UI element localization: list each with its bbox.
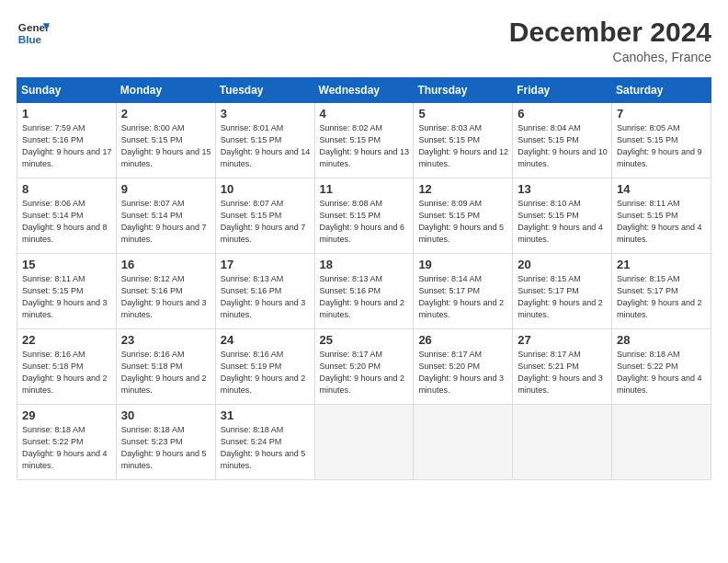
- day-info: Sunrise: 8:15 AMSunset: 5:17 PMDaylight:…: [518, 273, 608, 321]
- day-info: Sunrise: 8:03 AMSunset: 5:15 PMDaylight:…: [418, 122, 508, 170]
- title-section: December 2024 Canohes, France: [509, 17, 711, 64]
- day-number: 14: [617, 182, 707, 196]
- day-number: 29: [22, 408, 112, 422]
- calendar-cell: 12Sunrise: 8:09 AMSunset: 5:15 PMDayligh…: [414, 178, 513, 254]
- calendar-cell: 11Sunrise: 8:08 AMSunset: 5:15 PMDayligh…: [314, 178, 414, 254]
- day-number: 16: [121, 258, 211, 271]
- day-number: 27: [518, 333, 608, 347]
- day-number: 24: [221, 333, 311, 347]
- day-info: Sunrise: 8:09 AMSunset: 5:15 PMDaylight:…: [418, 198, 508, 246]
- svg-text:Blue: Blue: [18, 33, 42, 45]
- main-container: General Blue December 2024 Canohes, Fran…: [0, 0, 728, 489]
- day-info: Sunrise: 8:17 AMSunset: 5:20 PMDaylight:…: [418, 349, 508, 396]
- calendar-cell: 29Sunrise: 8:18 AMSunset: 5:22 PMDayligh…: [17, 405, 117, 480]
- day-number: 18: [320, 258, 410, 271]
- day-header-monday: Monday: [116, 78, 215, 103]
- day-info: Sunrise: 8:16 AMSunset: 5:19 PMDaylight:…: [221, 349, 311, 396]
- calendar-cell: 30Sunrise: 8:18 AMSunset: 5:23 PMDayligh…: [116, 405, 215, 480]
- day-info: Sunrise: 8:13 AMSunset: 5:16 PMDaylight:…: [320, 273, 410, 321]
- day-info: Sunrise: 8:17 AMSunset: 5:21 PMDaylight:…: [518, 349, 608, 396]
- calendar-body: 1Sunrise: 7:59 AMSunset: 5:16 PMDaylight…: [17, 103, 711, 480]
- day-info: Sunrise: 7:59 AMSunset: 5:16 PMDaylight:…: [22, 122, 112, 170]
- calendar-cell: 17Sunrise: 8:13 AMSunset: 5:16 PMDayligh…: [215, 254, 314, 329]
- calendar-cell: 16Sunrise: 8:12 AMSunset: 5:16 PMDayligh…: [116, 254, 215, 329]
- day-number: 19: [418, 258, 508, 271]
- day-info: Sunrise: 8:18 AMSunset: 5:22 PMDaylight:…: [617, 349, 707, 396]
- logo-icon: General Blue: [17, 17, 50, 50]
- calendar-cell: 23Sunrise: 8:16 AMSunset: 5:18 PMDayligh…: [116, 329, 215, 405]
- day-header-friday: Friday: [513, 78, 612, 103]
- day-number: 2: [121, 107, 211, 121]
- day-header-thursday: Thursday: [414, 78, 513, 103]
- calendar-week-1: 1Sunrise: 7:59 AMSunset: 5:16 PMDaylight…: [17, 103, 711, 178]
- day-number: 21: [617, 258, 707, 271]
- calendar-cell: 21Sunrise: 8:15 AMSunset: 5:17 PMDayligh…: [612, 254, 711, 329]
- day-info: Sunrise: 8:15 AMSunset: 5:17 PMDaylight:…: [617, 273, 707, 321]
- day-number: 22: [22, 333, 112, 347]
- calendar-cell: 10Sunrise: 8:07 AMSunset: 5:15 PMDayligh…: [215, 178, 314, 254]
- calendar-cell: 4Sunrise: 8:02 AMSunset: 5:15 PMDaylight…: [314, 103, 414, 178]
- day-info: Sunrise: 8:11 AMSunset: 5:15 PMDaylight:…: [22, 273, 112, 321]
- calendar-cell: 25Sunrise: 8:17 AMSunset: 5:20 PMDayligh…: [314, 329, 414, 405]
- calendar-cell: 31Sunrise: 8:18 AMSunset: 5:24 PMDayligh…: [215, 405, 314, 480]
- calendar-cell: 6Sunrise: 8:04 AMSunset: 5:15 PMDaylight…: [513, 103, 612, 178]
- day-info: Sunrise: 8:02 AMSunset: 5:15 PMDaylight:…: [320, 122, 410, 170]
- day-header-tuesday: Tuesday: [215, 78, 314, 103]
- day-info: Sunrise: 8:16 AMSunset: 5:18 PMDaylight:…: [121, 349, 211, 396]
- day-number: 15: [22, 258, 112, 271]
- day-number: 28: [617, 333, 707, 347]
- day-info: Sunrise: 8:05 AMSunset: 5:15 PMDaylight:…: [617, 122, 707, 170]
- calendar-cell: [513, 405, 612, 480]
- day-number: 11: [320, 182, 410, 196]
- calendar-cell: 18Sunrise: 8:13 AMSunset: 5:16 PMDayligh…: [314, 254, 414, 329]
- calendar-cell: 22Sunrise: 8:16 AMSunset: 5:18 PMDayligh…: [17, 329, 117, 405]
- calendar-cell: 20Sunrise: 8:15 AMSunset: 5:17 PMDayligh…: [513, 254, 612, 329]
- day-info: Sunrise: 8:06 AMSunset: 5:14 PMDaylight:…: [22, 198, 112, 246]
- day-info: Sunrise: 8:11 AMSunset: 5:15 PMDaylight:…: [617, 198, 707, 246]
- day-number: 17: [221, 258, 311, 271]
- day-number: 5: [418, 107, 508, 121]
- day-info: Sunrise: 8:16 AMSunset: 5:18 PMDaylight:…: [22, 349, 112, 396]
- day-number: 6: [518, 107, 608, 121]
- day-info: Sunrise: 8:18 AMSunset: 5:23 PMDaylight:…: [121, 424, 211, 472]
- day-header-sunday: Sunday: [17, 78, 117, 103]
- calendar-cell: 13Sunrise: 8:10 AMSunset: 5:15 PMDayligh…: [513, 178, 612, 254]
- day-info: Sunrise: 8:07 AMSunset: 5:15 PMDaylight:…: [221, 198, 311, 246]
- calendar-cell: [414, 405, 513, 480]
- calendar-week-2: 8Sunrise: 8:06 AMSunset: 5:14 PMDaylight…: [17, 178, 711, 254]
- calendar-cell: [612, 405, 711, 480]
- day-info: Sunrise: 8:04 AMSunset: 5:15 PMDaylight:…: [518, 122, 608, 170]
- calendar-cell: 19Sunrise: 8:14 AMSunset: 5:17 PMDayligh…: [414, 254, 513, 329]
- calendar-cell: 9Sunrise: 8:07 AMSunset: 5:14 PMDaylight…: [116, 178, 215, 254]
- calendar-header-row: SundayMondayTuesdayWednesdayThursdayFrid…: [17, 78, 711, 103]
- calendar-cell: 8Sunrise: 8:06 AMSunset: 5:14 PMDaylight…: [17, 178, 117, 254]
- day-number: 3: [221, 107, 311, 121]
- day-number: 1: [22, 107, 112, 121]
- day-header-wednesday: Wednesday: [314, 78, 414, 103]
- day-number: 8: [22, 182, 112, 196]
- day-header-saturday: Saturday: [612, 78, 711, 103]
- day-info: Sunrise: 8:01 AMSunset: 5:15 PMDaylight:…: [221, 122, 311, 170]
- day-number: 12: [418, 182, 508, 196]
- svg-text:General: General: [18, 21, 50, 33]
- day-info: Sunrise: 8:10 AMSunset: 5:15 PMDaylight:…: [518, 198, 608, 246]
- day-info: Sunrise: 8:00 AMSunset: 5:15 PMDaylight:…: [121, 122, 211, 170]
- calendar-cell: 1Sunrise: 7:59 AMSunset: 5:16 PMDaylight…: [17, 103, 117, 178]
- calendar-table: SundayMondayTuesdayWednesdayThursdayFrid…: [17, 77, 711, 480]
- day-info: Sunrise: 8:17 AMSunset: 5:20 PMDaylight:…: [320, 349, 410, 396]
- month-title: December 2024: [509, 17, 711, 48]
- day-info: Sunrise: 8:18 AMSunset: 5:24 PMDaylight:…: [221, 424, 311, 472]
- day-number: 10: [221, 182, 311, 196]
- calendar-cell: 15Sunrise: 8:11 AMSunset: 5:15 PMDayligh…: [17, 254, 117, 329]
- day-info: Sunrise: 8:13 AMSunset: 5:16 PMDaylight:…: [221, 273, 311, 321]
- calendar-week-4: 22Sunrise: 8:16 AMSunset: 5:18 PMDayligh…: [17, 329, 711, 405]
- day-number: 30: [121, 408, 211, 422]
- day-number: 23: [121, 333, 211, 347]
- day-number: 25: [320, 333, 410, 347]
- calendar-cell: 7Sunrise: 8:05 AMSunset: 5:15 PMDaylight…: [612, 103, 711, 178]
- calendar-cell: 24Sunrise: 8:16 AMSunset: 5:19 PMDayligh…: [215, 329, 314, 405]
- day-info: Sunrise: 8:08 AMSunset: 5:15 PMDaylight:…: [320, 198, 410, 246]
- calendar-cell: 5Sunrise: 8:03 AMSunset: 5:15 PMDaylight…: [414, 103, 513, 178]
- logo: General Blue: [17, 17, 50, 50]
- day-info: Sunrise: 8:12 AMSunset: 5:16 PMDaylight:…: [121, 273, 211, 321]
